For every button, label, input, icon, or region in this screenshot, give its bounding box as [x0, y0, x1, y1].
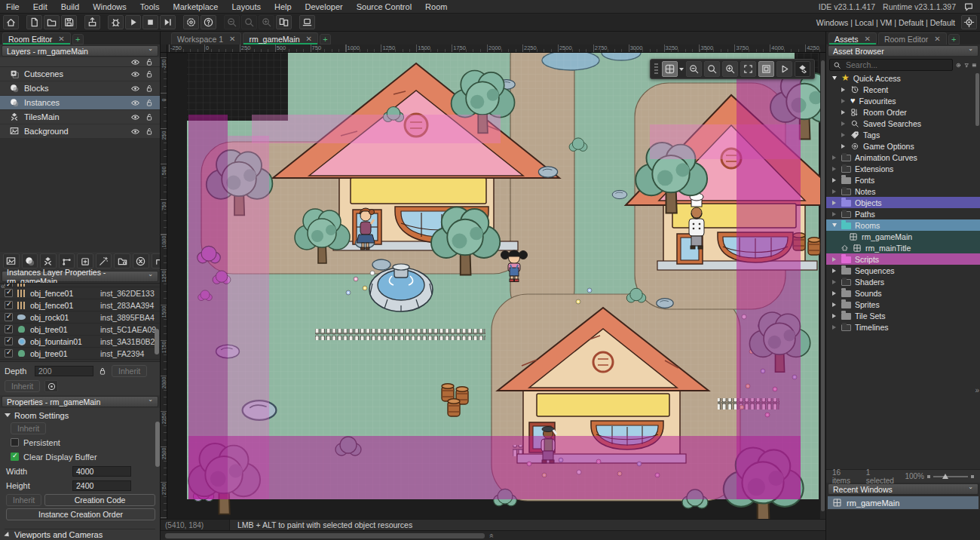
collapsed-icon[interactable]	[841, 133, 845, 137]
tab-assets[interactable]: Assets	[828, 32, 877, 44]
paint-mode-button[interactable]	[795, 61, 810, 77]
tree-saved-searches[interactable]: Saved Searches	[826, 118, 980, 129]
collapsed-icon[interactable]	[832, 189, 836, 194]
filter-icon[interactable]	[964, 60, 969, 70]
tree-fonts[interactable]: Fonts	[826, 174, 980, 186]
instance-checkbox[interactable]	[5, 325, 13, 333]
fit-to-screen-button[interactable]	[740, 61, 756, 77]
unlock-icon[interactable]	[145, 127, 154, 136]
new-asset-layer-button[interactable]	[77, 253, 93, 268]
toolbar-drag-handle[interactable]	[654, 63, 658, 75]
collapsed-icon[interactable]	[832, 201, 836, 205]
collapsed-icon[interactable]	[841, 121, 845, 126]
tree-objects[interactable]: Objects	[826, 197, 980, 208]
expanded-icon[interactable]	[832, 76, 837, 80]
debugger-windows-button[interactable]	[276, 15, 292, 29]
new-path-layer-button[interactable]	[59, 253, 75, 268]
unlock-icon[interactable]	[145, 84, 154, 93]
layer-target-icon[interactable]	[44, 380, 58, 392]
instance-checkbox[interactable]	[5, 337, 13, 345]
menu-marketplace[interactable]: Marketplace	[173, 2, 218, 11]
collapsed-icon[interactable]	[832, 291, 836, 296]
tree-notes[interactable]: Notes	[826, 186, 980, 197]
creation-code-button[interactable]: Creation Code	[44, 494, 155, 506]
animate-preview-button[interactable]	[776, 61, 792, 77]
eye-icon[interactable]	[130, 127, 140, 137]
room-inherit-button[interactable]: Inherit	[11, 422, 46, 434]
close-tab-icon[interactable]	[229, 35, 235, 43]
menu-source-control[interactable]: Source Control	[357, 2, 412, 11]
collapsed-icon[interactable]	[832, 325, 836, 330]
tab-workspace-1[interactable]: Workspace 1	[171, 32, 241, 44]
menu-file[interactable]: File	[6, 2, 20, 11]
show-inherited-layers-button[interactable]	[758, 61, 774, 77]
instance-row[interactable]: obj_fence01 inst_283AA394	[0, 299, 160, 311]
instance-row[interactable]: obj_rock01 inst_3895FBA4	[0, 311, 160, 324]
menu-room[interactable]: Room	[425, 2, 447, 11]
tab-room-editor-right[interactable]: Room Editor	[878, 32, 947, 44]
tree-quick-access[interactable]: Quick Access	[826, 72, 980, 84]
menu-developer[interactable]: Developer	[305, 2, 343, 11]
collapsed-icon[interactable]	[832, 257, 836, 262]
unlock-icon[interactable]	[145, 112, 154, 121]
layer-more-button[interactable]	[152, 253, 161, 268]
instances-layer-properties-header[interactable]: Instances Layer Properties - rm_gameMain	[2, 271, 158, 282]
persistent-checkbox[interactable]	[11, 438, 19, 446]
asset-tree-scrollbar[interactable]	[975, 73, 979, 126]
new-effect-layer-button[interactable]	[96, 253, 112, 268]
eye-icon[interactable]	[130, 69, 140, 79]
instance-row[interactable]: obj_tree01 inst_5C1AEA09	[0, 324, 160, 336]
room-width-input[interactable]	[72, 466, 131, 477]
tab-room-editor[interactable]: Room Editor	[2, 32, 71, 44]
menu-windows[interactable]: Windows	[93, 2, 127, 11]
new-project-button[interactable]	[26, 15, 42, 29]
clean-button[interactable]	[160, 15, 176, 29]
layer-folder-button[interactable]	[114, 253, 130, 268]
collapsed-icon[interactable]	[841, 144, 845, 149]
tree-rooms[interactable]: Rooms	[826, 219, 980, 231]
layer-row-background[interactable]: Background	[0, 124, 160, 139]
menu-tools[interactable]: Tools	[140, 2, 160, 11]
delete-layer-button[interactable]	[133, 253, 149, 268]
feedback-chat-icon[interactable]	[963, 2, 974, 12]
tree-tags[interactable]: Tags	[826, 129, 980, 140]
target-options-icon[interactable]	[961, 15, 977, 29]
collapsed-icon[interactable]	[832, 302, 836, 307]
collapsed-icon[interactable]	[841, 87, 845, 92]
zoom-out-button[interactable]	[224, 15, 240, 29]
preferences-button[interactable]	[183, 15, 199, 29]
menu-edit[interactable]: Edit	[33, 2, 47, 11]
save-project-button[interactable]	[61, 15, 77, 29]
unlock-icon[interactable]	[145, 98, 154, 107]
canvas-horizontal-scrollbar[interactable]	[161, 530, 825, 540]
new-tab-button[interactable]	[948, 34, 960, 44]
layers-header-dropdown[interactable]: Layers - rm_gameMain	[2, 45, 158, 57]
menu-help[interactable]: Help	[274, 2, 292, 11]
asset-zoom-slider[interactable]: 100%	[905, 472, 974, 480]
menu-build[interactable]: Build	[61, 2, 79, 11]
properties-scrollbar[interactable]	[155, 422, 160, 467]
grid-toggle-button[interactable]	[662, 61, 678, 77]
collapsed-icon[interactable]	[832, 155, 836, 160]
collapse-right-panel-icon[interactable]	[975, 386, 979, 394]
canvas-vertical-scrollbar[interactable]	[820, 53, 825, 519]
settings-inherit-button[interactable]: Inherit	[6, 494, 41, 506]
collapsed-icon[interactable]	[832, 212, 836, 216]
new-instance-layer-button[interactable]	[22, 253, 38, 268]
zoom-in-button[interactable]	[259, 15, 274, 29]
debug-button[interactable]	[108, 15, 124, 29]
zoom-slider-thumb[interactable]	[942, 474, 948, 479]
collapsed-icon[interactable]	[832, 280, 836, 284]
expanded-icon[interactable]	[832, 223, 837, 227]
tree-room-order[interactable]: Room Order	[826, 106, 980, 118]
tree-recent[interactable]: Recent	[826, 84, 980, 95]
tree-sequences[interactable]: Sequences	[826, 265, 980, 276]
tree-room-rm-maintitle[interactable]: rm_mainTitle	[826, 242, 980, 253]
tab-rm-gamemain[interactable]: rm_gameMain	[243, 32, 318, 44]
depth-input[interactable]	[35, 366, 93, 376]
expand-output-icon[interactable]	[487, 534, 495, 538]
collapsed-icon[interactable]	[832, 167, 836, 171]
tree-favourites[interactable]: Favourites	[826, 95, 980, 106]
tree-shaders[interactable]: Shaders	[826, 276, 980, 287]
new-tab-button[interactable]	[72, 34, 84, 44]
